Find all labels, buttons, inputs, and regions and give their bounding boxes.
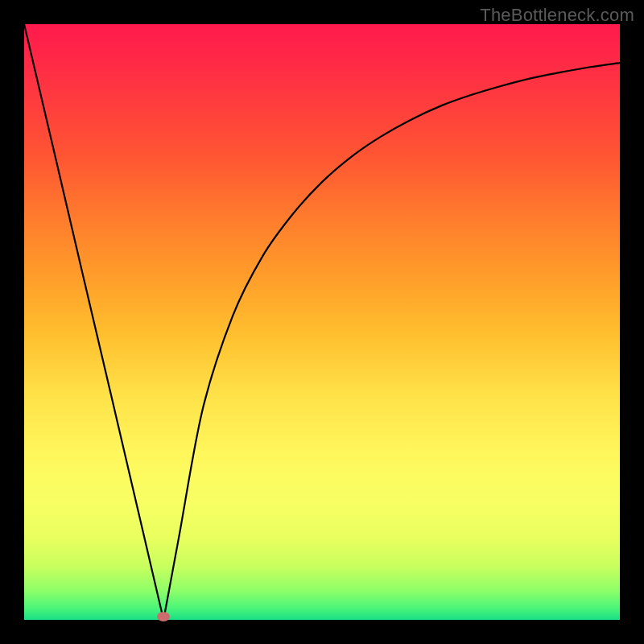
watermark-text: TheBottleneck.com (480, 5, 634, 26)
plot-area (24, 24, 620, 620)
min-marker (157, 612, 170, 621)
chart-frame: TheBottleneck.com (0, 0, 644, 644)
bottleneck-curve (24, 24, 620, 620)
curve-svg (24, 24, 620, 620)
